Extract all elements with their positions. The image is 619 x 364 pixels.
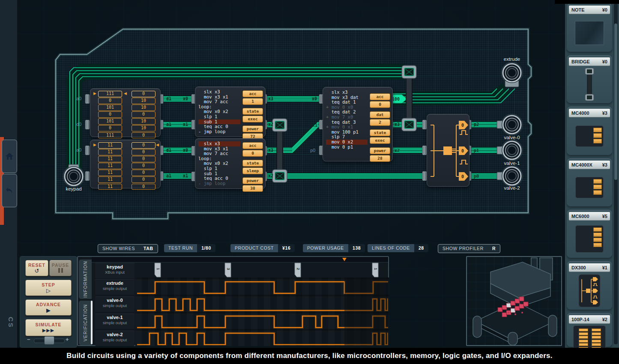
show-wires-button[interactable]: SHOW WIRES TAB	[98, 244, 158, 253]
catalog-item-dx300[interactable]: DX300¥1	[567, 261, 612, 310]
step-icon: ▷	[46, 288, 51, 293]
register-value: 2	[370, 119, 390, 126]
svg-text:2: 2	[296, 268, 301, 270]
code-line: slx x3	[198, 141, 240, 146]
undo-button[interactable]	[2, 174, 17, 207]
memory-cell: 0	[132, 132, 155, 139]
memory-cursor-icon: ◀	[156, 143, 159, 147]
pad-label-valve0: valve-0	[495, 135, 529, 140]
timeline-ruler[interactable]	[92, 257, 388, 263]
keypad-mark	[155, 263, 161, 277]
catalog-item-mc4000x[interactable]: MC4000X¥3	[567, 158, 612, 206]
advance-button[interactable]: ADVANCE ▶	[25, 299, 72, 316]
register-readout: acc0dat2stateexecpower28	[370, 93, 390, 165]
register-name: state	[370, 129, 390, 136]
simulation-controls-panel: RESET ↺ PAUSE STEP ▷ ADVANCE ▶ SIMULATE …	[20, 256, 77, 348]
catalog-item-100p14[interactable]: 100P-14¥2	[567, 313, 612, 347]
mc4000x-preview	[575, 177, 604, 198]
microcontroller-mc4000x-2[interactable]: slx x3 mov x3 x1 mov 7 accloop: mov x0 x…	[195, 138, 266, 189]
memory-cell: 0	[132, 163, 155, 169]
reset-icon: ↺	[35, 268, 39, 274]
show-profiler-button[interactable]: SHOW PROFILER R	[438, 244, 500, 253]
register-value: 1	[242, 98, 263, 105]
step-button[interactable]: STEP ▷	[25, 280, 72, 296]
signal-label-valve-2: valve-2simple output	[95, 331, 135, 346]
component-catalog: NOTE¥0 BRIDGE¥0 MC4000¥3	[565, 0, 619, 348]
memory-chip-1[interactable]: ▶ ◀ 11101010101011101010010100	[90, 88, 161, 137]
dx300-preview	[578, 274, 601, 307]
home-icon	[5, 152, 14, 160]
svg-text:1: 1	[374, 268, 378, 270]
code-line: - jmp loop	[198, 181, 240, 186]
speed-minus[interactable]: −	[27, 336, 30, 343]
memory-cell: 0	[132, 142, 155, 149]
ram-preview	[573, 325, 606, 349]
microcontroller-mc4000x-1[interactable]: slx x3 mov x3 x1 mov 7 accloop: mov x0 x…	[195, 87, 266, 137]
code-listing[interactable]: slx x3 mov x3 x1 mov 7 accloop: mov x0 x…	[198, 141, 240, 186]
code-listing[interactable]: slx x3 mov x3 x1 mov 7 accloop: mov x0 x…	[198, 90, 240, 134]
reset-button[interactable]: RESET ↺	[25, 260, 48, 276]
pause-button[interactable]: PAUSE	[49, 260, 72, 276]
memory-cell: 11	[98, 184, 122, 190]
signal-label-keypad: keypadXBus input	[95, 263, 135, 278]
microcontroller-mc6000[interactable]: slx x3 mov x3 dat teq dat 1+ mov 0 x0 te…	[323, 87, 393, 161]
speed-plus[interactable]: +	[66, 336, 69, 343]
catalog-item-bridge[interactable]: BRIDGE¥0	[567, 55, 612, 103]
memory-cell: 10	[132, 98, 155, 104]
memory-chip-2[interactable]: ▶ ◀ 111111111111110000000	[90, 140, 161, 188]
register-value: 0	[242, 150, 263, 157]
undo-icon	[5, 187, 14, 194]
test-run-status: TEST RUN 1/80	[164, 244, 215, 252]
active-tab-indicator	[91, 301, 93, 344]
code-line: + mov 7 x0	[326, 115, 368, 120]
svg-text:0: 0	[461, 123, 464, 128]
code-listing[interactable]: slx x3 mov x3 dat teq dat 1+ mov 0 x0 te…	[326, 90, 368, 149]
game-logo: CS	[3, 317, 15, 328]
memory-cell: 0	[132, 184, 155, 190]
memory-cell: 111	[98, 132, 122, 139]
puzzle-illustration-panel	[466, 256, 562, 346]
verification-panel: INFORMATION VERIFICATION keypadXBus inpu…	[77, 256, 389, 346]
catalog-item-mc4000[interactable]: MC4000¥3	[567, 107, 612, 155]
code-line: teq acc 0	[198, 176, 240, 181]
svg-text:0: 0	[461, 174, 464, 179]
catalog-item-mc6000[interactable]: MC6000¥5	[567, 210, 612, 258]
sidebar-scrollbar-thumb[interactable]	[614, 24, 617, 180]
tab-verification[interactable]: VERIFICATION	[79, 301, 92, 345]
code-line: slx x3	[326, 90, 368, 95]
memory-cell: 0	[132, 149, 155, 155]
pause-icon	[57, 268, 63, 274]
catalog-item-note[interactable]: NOTE¥0	[567, 3, 612, 52]
register-value: sleep	[242, 167, 263, 174]
code-line: teq acc 0	[198, 124, 240, 129]
code-line: mov 0 p1	[326, 145, 368, 150]
code-line: - jmp loop	[198, 129, 240, 134]
keypad-mark	[225, 263, 231, 277]
home-button[interactable]	[2, 140, 17, 173]
memory-cursor-icon: ▶	[93, 143, 96, 147]
io-expander-dx300[interactable]: 000	[427, 114, 469, 187]
memory-cell: 0	[132, 156, 155, 162]
memory-cell: 0	[132, 176, 155, 183]
register-value: 0	[370, 101, 390, 108]
tab-information[interactable]: INFORMATION	[79, 260, 92, 299]
svg-text:1: 1	[156, 268, 161, 270]
code-line: slp 1	[198, 114, 240, 119]
register-name: state	[242, 108, 263, 115]
left-rail: CS	[0, 0, 18, 348]
product-cost-status: PRODUCT COST ¥16	[230, 244, 295, 252]
simulate-icon: ▶▶▶	[42, 328, 54, 333]
code-line: + mov 0 x1	[326, 125, 368, 130]
memory-cell: 111	[98, 91, 122, 97]
signal-label-extrude: extrudesimple output	[95, 279, 135, 295]
memory-cell: 0	[98, 125, 122, 131]
memory-cell: 10	[132, 118, 155, 125]
advance-icon: ▶	[46, 307, 51, 313]
speed-slider-handle[interactable]	[44, 336, 54, 345]
keypad-mark	[295, 263, 301, 277]
memory-cell: 11	[98, 163, 122, 169]
register-name: power	[242, 177, 263, 184]
top-edge	[555, 0, 619, 4]
pad-label-extrude: extrude	[495, 57, 529, 62]
simulate-button[interactable]: SIMULATE ▶▶▶	[25, 319, 72, 336]
